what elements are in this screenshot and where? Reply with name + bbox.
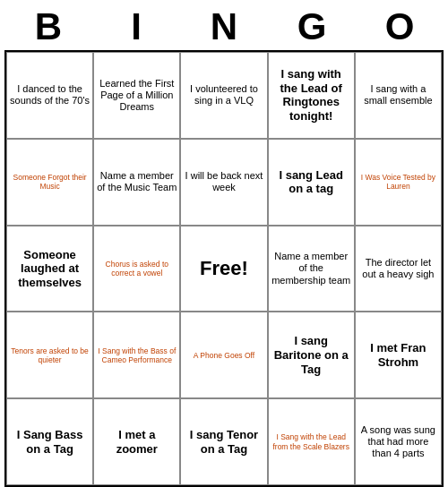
letter-n: N [188, 5, 260, 48]
letter-g: G [276, 5, 348, 48]
letter-b: B [13, 5, 84, 48]
bingo-cell-15[interactable]: Tenors are asked to be quieter [6, 312, 93, 398]
bingo-cell-20[interactable]: I Sang Bass on a Tag [6, 398, 93, 485]
bingo-cell-16[interactable]: I Sang with the Bass of Cameo Performanc… [93, 312, 180, 398]
bingo-cell-3[interactable]: I sang with the Lead of Ringtones tonigh… [268, 52, 355, 139]
bingo-cell-24[interactable]: A song was sung that had more than 4 par… [355, 398, 442, 485]
bingo-cell-5[interactable]: Someone Forgot their Music [6, 139, 93, 226]
bingo-cell-13[interactable]: Name a member of the membership team [268, 226, 355, 312]
bingo-cell-9[interactable]: I Was Voice Tested by Lauren [355, 139, 442, 226]
bingo-cell-11[interactable]: Chorus is asked to correct a vowel [93, 226, 180, 312]
bingo-cell-12[interactable]: Free! [180, 226, 267, 312]
bingo-cell-19[interactable]: I met Fran Strohm [355, 312, 442, 398]
bingo-header: B I N G O [4, 0, 444, 50]
bingo-cell-21[interactable]: I met a zoomer [93, 398, 180, 485]
bingo-cell-8[interactable]: I sang Lead on a tag [268, 139, 355, 226]
letter-o: O [364, 5, 435, 48]
bingo-cell-0[interactable]: I danced to the sounds of the 70's [6, 52, 93, 139]
bingo-cell-23[interactable]: I Sang with the Lead from the Scale Blaz… [268, 398, 355, 485]
bingo-cell-4[interactable]: I sang with a small ensemble [355, 52, 442, 139]
bingo-cell-6[interactable]: Name a member of the Music Team [93, 139, 180, 226]
bingo-cell-1[interactable]: Learned the First Page of a Million Drea… [93, 52, 180, 139]
bingo-cell-17[interactable]: A Phone Goes Off [180, 312, 267, 398]
bingo-cell-22[interactable]: I sang Tenor on a Tag [180, 398, 267, 485]
bingo-cell-7[interactable]: I will be back next week [180, 139, 267, 226]
bingo-cell-14[interactable]: The director let out a heavy sigh [355, 226, 442, 312]
bingo-grid: I danced to the sounds of the 70'sLearne… [4, 50, 444, 487]
bingo-cell-10[interactable]: Someone laughed at themselves [6, 226, 93, 312]
letter-i: I [100, 5, 172, 48]
bingo-cell-18[interactable]: I sang Baritone on a Tag [268, 312, 355, 398]
bingo-cell-2[interactable]: I volunteered to sing in a VLQ [180, 52, 267, 139]
